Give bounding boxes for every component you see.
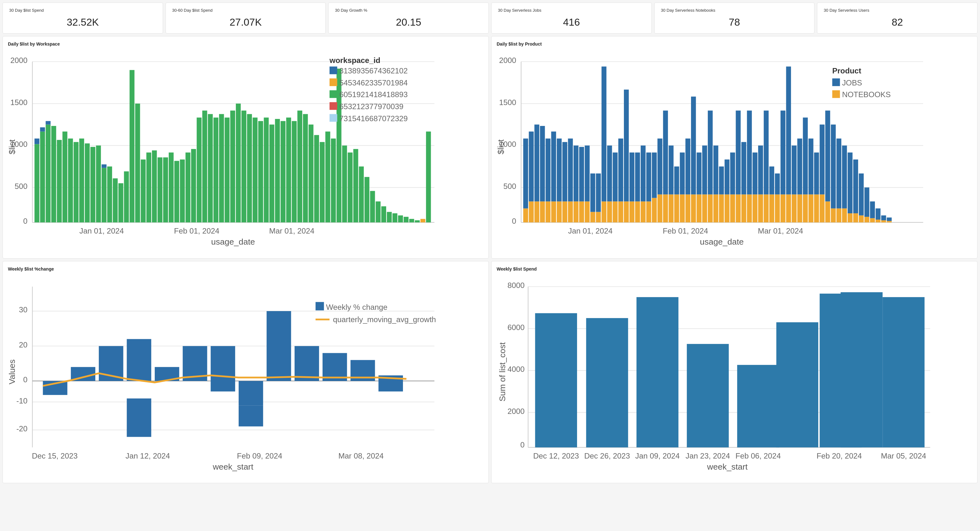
- svg-text:2000: 2000: [508, 407, 525, 415]
- svg-text:usage_date: usage_date: [211, 237, 255, 246]
- svg-rect-60: [280, 121, 285, 223]
- svg-rect-29: [107, 167, 112, 223]
- kpi-value-1: 27.07K: [172, 16, 320, 28]
- svg-rect-166: [663, 110, 668, 194]
- svg-rect-309: [636, 297, 679, 447]
- svg-rect-215: [803, 194, 808, 222]
- svg-rect-80: [393, 213, 397, 223]
- svg-rect-121: [540, 202, 545, 223]
- chart-workspace-svg: 2000 1500 1000 500 0: [8, 49, 484, 252]
- svg-rect-83: [409, 219, 414, 223]
- svg-rect-24: [85, 143, 89, 223]
- svg-text:30: 30: [19, 305, 27, 314]
- svg-rect-38: [158, 157, 162, 222]
- svg-rect-142: [596, 173, 601, 212]
- svg-text:Feb 09, 2024: Feb 09, 2024: [237, 452, 282, 460]
- svg-text:500: 500: [14, 182, 27, 191]
- svg-rect-50: [225, 118, 229, 222]
- svg-rect-139: [590, 212, 595, 223]
- svg-rect-71: [342, 146, 347, 223]
- svg-rect-37: [152, 150, 157, 223]
- svg-text:Values: Values: [7, 359, 17, 384]
- svg-rect-244: [881, 216, 886, 220]
- svg-rect-86: [426, 132, 431, 223]
- svg-rect-208: [781, 110, 785, 194]
- chart-row-2: Weekly $list %change 30 20 0 -10 -20: [3, 261, 977, 483]
- svg-rect-234: [853, 159, 858, 213]
- svg-rect-175: [691, 194, 696, 222]
- kpi-card-5: 30 Day Serverless Users 82: [817, 3, 977, 33]
- svg-rect-242: [875, 208, 880, 219]
- kpi-title-5: 30 Day Serverless Users: [824, 8, 971, 13]
- svg-rect-177: [697, 194, 702, 222]
- svg-rect-155: [635, 202, 640, 223]
- svg-rect-170: [674, 167, 679, 194]
- svg-rect-308: [586, 318, 628, 447]
- svg-rect-160: [646, 153, 651, 202]
- svg-rect-218: [808, 138, 813, 195]
- svg-rect-96: [329, 90, 337, 98]
- svg-rect-85: [420, 219, 425, 223]
- svg-rect-188: [725, 159, 729, 194]
- svg-rect-43: [186, 153, 190, 223]
- svg-rect-47: [208, 114, 213, 222]
- svg-rect-134: [574, 146, 578, 202]
- svg-text:Mar 01, 2024: Mar 01, 2024: [758, 227, 803, 235]
- svg-rect-189: [730, 194, 735, 222]
- svg-rect-146: [607, 146, 612, 202]
- svg-rect-119: [534, 202, 539, 223]
- chart-weekly-spend-svg: 8000 6000 4000 2000 0: [496, 274, 972, 477]
- kpi-value-4: 78: [661, 16, 808, 28]
- svg-rect-157: [641, 202, 646, 223]
- svg-rect-68: [325, 132, 330, 223]
- svg-text:Mar 01, 2024: Mar 01, 2024: [269, 227, 314, 235]
- chart-workspace: 2000 1500 1000 500 0: [8, 49, 484, 253]
- svg-rect-190: [730, 153, 735, 195]
- svg-text:0: 0: [512, 217, 516, 225]
- svg-rect-213: [797, 194, 802, 222]
- svg-rect-220: [814, 153, 819, 195]
- svg-rect-129: [563, 202, 567, 223]
- svg-rect-253: [832, 78, 840, 86]
- chart-title-weekly-pct: Weekly $list %change: [8, 266, 484, 272]
- svg-rect-279: [267, 311, 291, 381]
- svg-rect-137: [585, 202, 589, 223]
- svg-rect-228: [836, 138, 841, 208]
- svg-rect-255: [832, 90, 840, 98]
- svg-rect-127: [557, 202, 562, 223]
- svg-text:20: 20: [19, 340, 27, 349]
- svg-rect-241: [875, 219, 880, 223]
- svg-rect-150: [618, 138, 623, 202]
- kpi-value-3: 416: [498, 16, 645, 28]
- svg-rect-246: [887, 218, 892, 221]
- svg-rect-203: [769, 194, 774, 222]
- svg-rect-49: [219, 114, 224, 222]
- svg-rect-199: [758, 194, 763, 222]
- chart-weekly-pct-svg: 30 20 0 -10 -20: [8, 274, 484, 477]
- svg-rect-198: [752, 153, 757, 195]
- svg-text:Jan 09, 2024: Jan 09, 2024: [635, 452, 679, 460]
- svg-rect-183: [713, 194, 718, 222]
- svg-rect-224: [825, 110, 830, 201]
- svg-rect-18: [51, 126, 56, 223]
- svg-rect-165: [663, 194, 668, 222]
- svg-rect-17: [46, 121, 50, 125]
- svg-rect-136: [579, 147, 584, 201]
- svg-text:Mar 08, 2024: Mar 08, 2024: [338, 452, 383, 460]
- svg-rect-176: [691, 97, 696, 194]
- svg-text:Jan 01, 2024: Jan 01, 2024: [568, 227, 612, 235]
- svg-rect-55: [253, 118, 257, 222]
- svg-rect-207: [781, 194, 785, 222]
- svg-rect-66: [314, 135, 319, 223]
- svg-rect-212: [792, 146, 796, 195]
- svg-rect-78: [382, 206, 386, 223]
- svg-rect-25: [91, 147, 95, 223]
- svg-rect-223: [825, 202, 830, 223]
- svg-rect-140: [590, 173, 595, 212]
- svg-rect-67: [320, 142, 325, 223]
- svg-rect-73: [353, 149, 358, 223]
- svg-rect-206: [775, 173, 780, 194]
- svg-rect-273: [127, 398, 151, 437]
- svg-rect-193: [741, 194, 746, 222]
- svg-rect-278: [239, 405, 263, 426]
